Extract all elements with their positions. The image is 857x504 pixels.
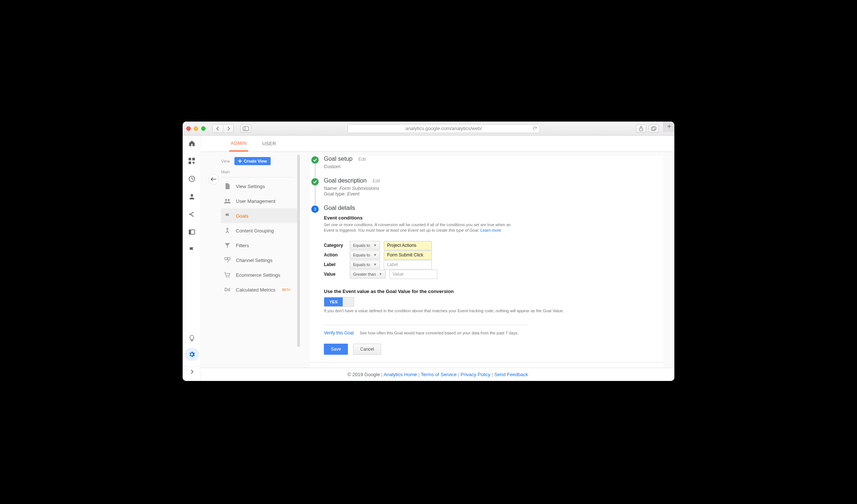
- create-view-button[interactable]: Create View: [234, 157, 271, 165]
- plus-icon: [667, 124, 671, 129]
- share-button[interactable]: [636, 125, 646, 133]
- nav-ecommerce-settings[interactable]: Ecommerce Settings: [221, 268, 297, 282]
- nav-behavior[interactable]: [188, 228, 196, 236]
- nav-view-settings[interactable]: View Settings: [221, 179, 297, 194]
- condition-label: Category: [324, 243, 346, 248]
- close-window-icon[interactable]: [186, 126, 191, 131]
- flag-icon: [224, 213, 231, 219]
- divider: [324, 325, 527, 325]
- window-controls: [186, 126, 206, 131]
- dropdown-value: Equals to: [353, 253, 370, 257]
- toggle-on-label: YES: [324, 297, 343, 306]
- step-title: Goal description: [324, 177, 367, 184]
- acquisition-icon: [188, 211, 196, 218]
- cancel-button[interactable]: Cancel: [353, 344, 381, 355]
- nav-home[interactable]: [188, 139, 196, 147]
- nav-realtime[interactable]: [188, 175, 196, 183]
- footer-tos-link[interactable]: Terms of Service: [421, 372, 457, 377]
- nav-channel-settings[interactable]: Channel Settings: [221, 253, 297, 268]
- nav-acquisition[interactable]: [188, 210, 196, 218]
- svg-point-19: [228, 277, 230, 278]
- verify-goal-link[interactable]: Verify this Goal: [324, 330, 354, 336]
- condition-label: Value: [324, 272, 346, 277]
- plus-icon: [238, 159, 242, 163]
- svg-rect-5: [189, 158, 191, 160]
- name-value: Form Submissions: [339, 185, 379, 191]
- nav-discover[interactable]: [188, 334, 196, 342]
- category-input[interactable]: [384, 241, 432, 250]
- reload-button[interactable]: [532, 126, 537, 131]
- footer-analytics-home-link[interactable]: Analytics Home: [383, 372, 417, 377]
- operator-dropdown[interactable]: Equals to ▼: [350, 260, 380, 269]
- label-input[interactable]: [384, 260, 432, 269]
- back-button[interactable]: [209, 174, 219, 184]
- use-event-toggle[interactable]: YES: [324, 297, 354, 307]
- admin-nav-list: View Settings User Management Goals: [221, 179, 297, 297]
- dd-icon: Dd: [224, 287, 231, 292]
- svg-rect-0: [243, 126, 249, 130]
- svg-point-14: [228, 199, 230, 201]
- nav-audience[interactable]: [188, 193, 196, 201]
- admin-content: View Create View Main View Settings: [201, 152, 674, 368]
- nav-admin[interactable]: [184, 348, 199, 361]
- dropdown-value: Greater than: [353, 272, 376, 276]
- browser-window: analytics.google.com/analytics/web/: [183, 122, 674, 381]
- caret-down-icon: ▼: [379, 272, 382, 276]
- save-button[interactable]: Save: [324, 344, 348, 355]
- nav-customization[interactable]: [188, 157, 196, 165]
- fullscreen-window-icon[interactable]: [201, 126, 206, 131]
- caret-down-icon: ▼: [373, 263, 377, 266]
- funnel-icon: [224, 242, 231, 248]
- nav-goals[interactable]: Goals: [221, 208, 297, 223]
- value-input[interactable]: [389, 270, 437, 279]
- create-view-label: Create View: [244, 159, 267, 163]
- operator-dropdown[interactable]: Equals to ▼: [350, 241, 380, 250]
- show-sidebar-button[interactable]: [240, 125, 251, 133]
- action-input[interactable]: [384, 251, 432, 260]
- footer-privacy-link[interactable]: Privacy Policy: [461, 372, 491, 377]
- svg-rect-12: [189, 230, 191, 234]
- edit-link[interactable]: Edit: [358, 157, 366, 162]
- tab-user[interactable]: USER: [261, 136, 277, 151]
- edit-link[interactable]: Edit: [373, 178, 380, 184]
- svg-rect-6: [192, 158, 195, 160]
- nav-content-grouping[interactable]: Content Grouping: [221, 223, 297, 238]
- show-tabs-button[interactable]: [648, 125, 659, 133]
- footer-feedback-link[interactable]: Send Feedback: [494, 372, 528, 377]
- clock-icon: [188, 175, 196, 183]
- tab-admin[interactable]: ADMIN: [229, 136, 248, 151]
- address-bar[interactable]: analytics.google.com/analytics/web/: [348, 124, 540, 133]
- svg-point-15: [227, 228, 228, 230]
- nav-user-management[interactable]: User Management: [221, 194, 297, 208]
- behavior-icon: [188, 228, 196, 236]
- back-button[interactable]: [213, 125, 223, 133]
- file-icon: [224, 183, 231, 189]
- nav-back-forward-group: [212, 124, 234, 133]
- nav-calculated-metrics[interactable]: Dd Calculated Metrics BETA: [221, 282, 297, 297]
- svg-point-10: [189, 214, 190, 215]
- forward-button[interactable]: [223, 125, 233, 133]
- svg-point-18: [226, 277, 227, 278]
- event-conditions-helper: Set one or more conditions. A conversion…: [324, 222, 516, 234]
- dropdown-value: Equals to: [353, 243, 370, 248]
- learn-more-link[interactable]: Learn more: [480, 228, 501, 232]
- condition-row-action: Action Equals to ▼: [324, 251, 663, 260]
- minimize-window-icon[interactable]: [194, 126, 198, 131]
- step-goal-description: Goal description Edit Name: Form Submiss…: [310, 177, 663, 197]
- operator-dropdown[interactable]: Equals to ▼: [350, 251, 380, 259]
- goal-name-row: Name: Form Submissions: [324, 185, 663, 191]
- nav-filters[interactable]: Filters: [221, 238, 297, 253]
- nav-item-label: View Settings: [236, 184, 265, 189]
- nav-conversions[interactable]: [188, 246, 196, 254]
- home-icon: [188, 140, 196, 147]
- collapse-rail-button[interactable]: [183, 367, 201, 377]
- tabs-icon: [651, 126, 656, 131]
- new-tab-button[interactable]: [663, 122, 674, 132]
- toggle-off-area: [343, 297, 354, 306]
- nav-item-label: Calculated Metrics: [236, 287, 275, 293]
- operator-dropdown[interactable]: Greater than ▼: [350, 270, 386, 279]
- nav-item-label: Goals: [236, 213, 248, 219]
- step-complete-icon: [311, 156, 319, 164]
- step-connector: [315, 185, 316, 205]
- caret-down-icon: ▼: [373, 253, 377, 257]
